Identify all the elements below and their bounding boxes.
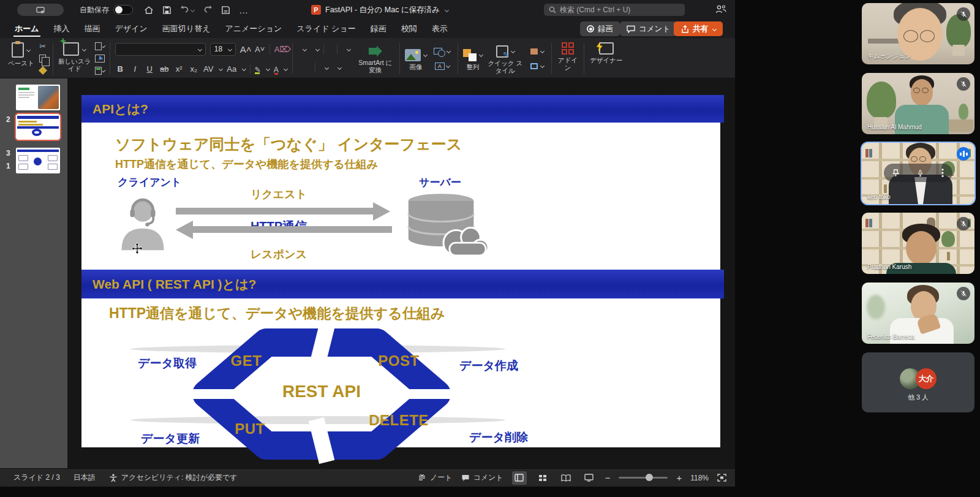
normal-view-button[interactable] xyxy=(512,471,527,485)
clear-formatting-button[interactable]: A⌦ xyxy=(274,45,285,54)
powerpoint-icon: P xyxy=(311,5,321,15)
comments-button[interactable]: コメント xyxy=(620,21,677,36)
share-icon xyxy=(680,25,689,33)
zoom-out-button[interactable]: − xyxy=(605,472,611,483)
window-controls-pill[interactable] xyxy=(17,4,64,16)
arrange-button[interactable]: 整列 xyxy=(463,47,483,70)
addins-icon xyxy=(562,42,574,55)
character-spacing-button[interactable]: AV xyxy=(203,64,214,74)
font-size-select[interactable]: 18 xyxy=(210,43,236,56)
save-icon[interactable] xyxy=(162,6,172,15)
document-title[interactable]: P FastAPI - 自分の Mac に保存済み xyxy=(311,0,448,20)
language-indicator[interactable]: 日本語 xyxy=(74,472,96,483)
change-case-button[interactable]: Aa xyxy=(227,64,237,74)
speaking-indicator-icon xyxy=(957,147,970,161)
smartart-button[interactable]: SmartArt に変換 xyxy=(356,44,394,74)
tab-view[interactable]: 表示 xyxy=(424,20,455,38)
shape-fill-button[interactable] xyxy=(528,47,546,56)
tab-review[interactable]: 校閲 xyxy=(394,20,424,38)
grow-font-button[interactable]: A˄ xyxy=(240,44,251,55)
addins-button[interactable]: アドイン xyxy=(557,40,579,77)
notes-button[interactable]: ノート xyxy=(418,472,453,483)
zoom-level[interactable]: 118% xyxy=(690,474,709,482)
designer-button[interactable]: デザイナー xyxy=(589,40,624,77)
slide-thumbnail-1[interactable] xyxy=(16,85,60,110)
paste-button[interactable]: ペースト xyxy=(8,40,34,77)
tab-home[interactable]: ホーム xyxy=(7,20,47,38)
zoom-slider[interactable] xyxy=(619,477,668,479)
slide-thumbnail-3[interactable] xyxy=(16,148,60,173)
layout-button[interactable] xyxy=(95,42,105,51)
tab-draw[interactable]: 描画 xyxy=(77,20,108,38)
reset-icon xyxy=(95,55,105,63)
tab-transitions[interactable]: 画面切り替え xyxy=(155,20,218,38)
participant-overflow-tile[interactable]: 大介 他 3 人 xyxy=(862,352,974,412)
client-label: クライアント xyxy=(118,175,181,189)
pin-icon[interactable] xyxy=(892,169,899,177)
format-painter-button[interactable] xyxy=(38,66,48,75)
cut-button[interactable]: ✂ xyxy=(38,42,48,51)
section-button[interactable] xyxy=(95,66,105,75)
participant-tile-1[interactable]: キムホンジュン xyxy=(862,3,974,64)
underline-button[interactable]: U xyxy=(145,64,155,74)
copy-button[interactable] xyxy=(38,53,48,63)
tab-animations[interactable]: アニメーション xyxy=(217,20,289,38)
participant-tile-4[interactable]: Pradhan Karush xyxy=(862,213,974,274)
text-box-button[interactable]: A xyxy=(432,61,453,71)
italic-button[interactable]: I xyxy=(130,64,140,74)
share-people-icon[interactable] xyxy=(715,4,726,14)
shrink-font-button[interactable]: A˅ xyxy=(255,45,265,54)
statusbar-comments-button[interactable]: コメント xyxy=(461,472,503,483)
slide-sorter-view-button[interactable] xyxy=(535,471,550,485)
font-name-select[interactable] xyxy=(115,43,206,56)
slide-thumbnail-2[interactable] xyxy=(16,114,60,140)
move-cursor-icon xyxy=(130,242,144,256)
slideshow-view-button[interactable] xyxy=(582,471,597,485)
zoom-in-button[interactable]: + xyxy=(676,472,682,483)
strikethrough-button[interactable]: ab xyxy=(159,64,170,74)
participant-tile-3-active-speaker[interactable]: ken toko xyxy=(862,143,974,204)
slide-canvas: APIとは? ソフトウェア同士を「つなぐ」 インターフェース HTTP通信を通じ… xyxy=(67,78,735,468)
highlight-button[interactable] xyxy=(255,64,261,75)
more-commands-button[interactable]: … xyxy=(239,5,248,15)
slide-editor[interactable]: APIとは? ソフトウェア同士を「つなぐ」 インターフェース HTTP通信を通じ… xyxy=(81,95,720,447)
tab-record[interactable]: 録画 xyxy=(363,20,394,38)
tab-slideshow[interactable]: スライド ショー xyxy=(289,20,363,38)
participant-tile-5[interactable]: Federico Barreca xyxy=(862,283,974,344)
share-button[interactable]: 共有 xyxy=(674,21,723,36)
slides-group: 新しいスライド xyxy=(56,40,107,77)
tab-design[interactable]: デザイン xyxy=(108,20,155,38)
save-as-icon[interactable] xyxy=(221,6,230,15)
accessibility-status[interactable]: アクセシビリティ: 検討が必要です xyxy=(109,472,238,483)
participant-tile-2[interactable]: Hussain Al Mahmud xyxy=(862,73,974,134)
plant-decoration xyxy=(867,82,896,118)
mic-icon[interactable] xyxy=(916,169,924,178)
zoom-slider-knob[interactable] xyxy=(646,474,653,481)
slide-subheading1: HTTP通信を通じて、データや機能を提供する仕組み xyxy=(115,157,378,172)
fit-to-window-icon[interactable] xyxy=(717,474,726,482)
redo-icon[interactable] xyxy=(203,6,213,14)
reading-view-button[interactable] xyxy=(559,471,573,485)
undo-button[interactable] xyxy=(180,6,194,14)
shape-outline-button[interactable] xyxy=(528,61,546,71)
font-color-button[interactable]: A xyxy=(274,64,279,75)
superscript-button[interactable]: x² xyxy=(174,64,184,74)
window-titlebar: 自動保存 … P FastAPI - 自分の Mac に保存済み 検索 (Cmd… xyxy=(0,0,735,20)
thumbnail-number: 2 xyxy=(6,115,10,124)
get-description: データ取得 xyxy=(118,355,216,371)
shapes-button[interactable] xyxy=(432,47,453,56)
record-button[interactable]: 録画 xyxy=(580,21,620,36)
reset-slide-button[interactable] xyxy=(95,53,105,63)
home-icon[interactable] xyxy=(144,6,154,15)
participant-name: Pradhan Karush xyxy=(867,264,911,270)
autosave-toggle[interactable] xyxy=(113,5,133,15)
mic-muted-icon xyxy=(957,287,970,300)
picture-button[interactable]: 画像 xyxy=(405,47,427,70)
bold-button[interactable]: B xyxy=(115,64,126,74)
subscript-button[interactable]: x₂ xyxy=(189,64,199,74)
quick-styles-button[interactable]: クイック スタイル xyxy=(488,44,523,74)
new-slide-icon xyxy=(63,42,79,56)
more-options-icon[interactable] xyxy=(941,169,944,177)
search-input[interactable]: 検索 (Cmd + Ctrl + U) xyxy=(544,4,685,16)
new-slide-button[interactable]: 新しいスライド xyxy=(58,40,91,77)
